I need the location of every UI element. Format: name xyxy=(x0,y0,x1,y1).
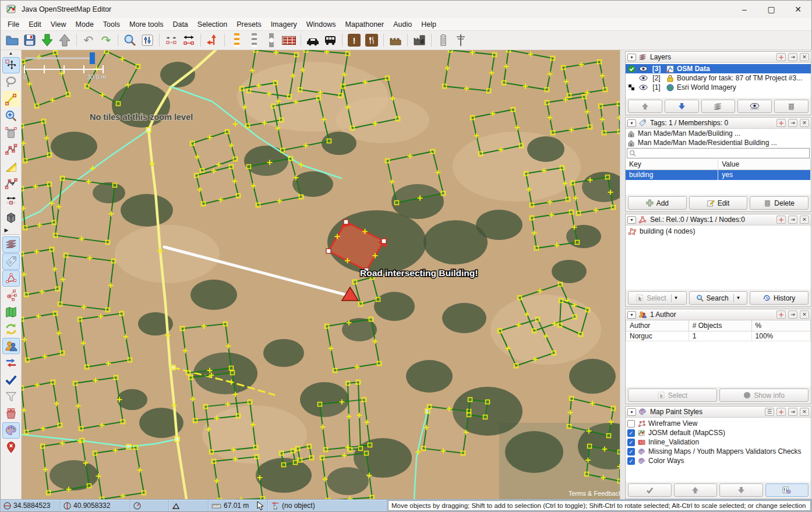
authors-select-button[interactable]: Select xyxy=(628,389,717,402)
layer-row-osm-data[interactable]: [3] OSM Data xyxy=(626,64,811,73)
menu-imagery[interactable]: Imagery xyxy=(266,19,302,30)
visibility-eye-icon[interactable] xyxy=(638,66,648,72)
toggle-authors-icon[interactable] xyxy=(2,338,20,354)
toggle-selection-icon[interactable] xyxy=(2,270,20,287)
redo-icon[interactable]: ↷ xyxy=(98,32,114,48)
toggle-changesets-icon[interactable] xyxy=(2,321,20,337)
pin-icon[interactable]: ⇥ xyxy=(788,310,797,319)
style-row-inline-validation[interactable]: ✓ x Inline_Validation xyxy=(626,437,811,447)
layer-merge-button[interactable] xyxy=(701,100,736,113)
upload-icon[interactable] xyxy=(57,32,73,48)
menu-mode[interactable]: Mode xyxy=(71,19,98,30)
style-row-missing-maps[interactable]: ✓ Missing Maps / Youth Mappers Validator… xyxy=(626,447,811,456)
style-row-wireframe[interactable]: Wireframe View xyxy=(626,419,811,428)
toggle-validator-icon[interactable] xyxy=(2,372,20,388)
historic-castle-icon[interactable] xyxy=(387,32,404,48)
delete-tag-button[interactable]: Delete xyxy=(750,196,809,210)
man-made-tower-icon[interactable] xyxy=(435,32,451,48)
authors-show-info-button[interactable]: Show info xyxy=(719,389,809,402)
toggle-command-stack-icon[interactable] xyxy=(2,405,20,422)
layer-move-up-button[interactable] xyxy=(628,100,662,113)
highway-primary-icon[interactable] xyxy=(228,32,245,48)
layer-delete-button[interactable] xyxy=(774,100,809,113)
select-move-tool-icon[interactable] xyxy=(2,57,20,73)
toggle-filter-icon[interactable] xyxy=(2,389,20,405)
layer-visibility-button[interactable] xyxy=(737,100,772,113)
vehicle-car-icon[interactable] xyxy=(305,32,321,48)
close-panel-icon[interactable]: ✕ xyxy=(800,408,809,416)
edit-tag-button[interactable]: Edit xyxy=(689,196,748,210)
extrude-tool-icon[interactable] xyxy=(2,192,20,209)
menu-file[interactable]: File xyxy=(3,19,24,30)
checkbox-unchecked[interactable] xyxy=(627,420,635,428)
checkbox-checked[interactable]: ✓ xyxy=(627,448,635,455)
layer-row-imagery[interactable]: [1] Esri World Imagery xyxy=(626,83,811,92)
collapse-icon[interactable]: ▼ xyxy=(627,216,636,224)
collapse-icon[interactable]: ▼ xyxy=(627,119,636,127)
detach-icon[interactable]: ✛ xyxy=(776,119,786,127)
pin-icon[interactable]: ⇥ xyxy=(788,216,797,224)
delete-tool-icon[interactable] xyxy=(2,125,20,141)
download-icon[interactable] xyxy=(39,32,55,48)
visibility-eye-icon[interactable] xyxy=(638,84,648,90)
improve-accuracy-tool-icon[interactable] xyxy=(2,158,20,175)
vehicle-bus-icon[interactable] xyxy=(322,32,338,48)
scroll-up-icon[interactable]: ▲ xyxy=(9,51,13,57)
draw-node-tool-icon[interactable] xyxy=(2,91,20,107)
style-preferences-button[interactable] xyxy=(765,483,809,497)
reverse-way-icon[interactable] xyxy=(204,32,221,48)
merge-ways-icon[interactable] xyxy=(181,32,197,48)
collapse-icon[interactable]: ▼ xyxy=(627,311,636,319)
visibility-eye-icon[interactable] xyxy=(638,75,648,81)
pin-icon[interactable]: ⇥ xyxy=(788,53,797,61)
tag-search-input[interactable] xyxy=(627,148,810,158)
authors-col-percent[interactable]: % xyxy=(751,320,810,331)
collapse-icon[interactable]: ▼ xyxy=(627,408,636,416)
toggle-layers-icon[interactable] xyxy=(2,236,20,253)
dropdown-arrow-icon[interactable]: ▼ xyxy=(733,294,741,302)
power-pole-icon[interactable] xyxy=(453,32,469,48)
follow-line-tool-icon[interactable] xyxy=(2,175,20,192)
close-button[interactable]: ✕ xyxy=(785,1,811,18)
menu-view[interactable]: View xyxy=(46,19,71,30)
tag-row-building[interactable]: building yes xyxy=(626,170,811,180)
maximize-button[interactable]: ▢ xyxy=(758,1,785,18)
highway-oneway-icon[interactable] xyxy=(263,32,280,48)
authors-col-objects[interactable]: # Objects xyxy=(689,320,751,331)
open-folder-icon[interactable] xyxy=(4,32,20,48)
style-row-color-ways[interactable]: ✓ Color Ways xyxy=(626,456,811,465)
style-move-up-button[interactable] xyxy=(674,483,718,497)
dock-divider[interactable] xyxy=(620,50,624,499)
pin-icon[interactable]: ⇥ xyxy=(788,119,797,127)
tags-col-value[interactable]: Value xyxy=(718,159,811,170)
checkbox-checked[interactable]: ✓ xyxy=(627,439,635,446)
checkbox-checked[interactable]: ✓ xyxy=(627,429,635,437)
zoom-tool-icon[interactable] xyxy=(2,108,20,124)
preset-link-building[interactable]: Man Made/Man Made/Building ... xyxy=(626,129,811,138)
checkbox-checked[interactable]: ✓ xyxy=(627,457,635,465)
detach-icon[interactable]: ✛ xyxy=(776,310,786,319)
detach-icon[interactable]: ✛ xyxy=(776,53,786,61)
menu-help[interactable]: Help xyxy=(416,19,441,30)
style-row-josm-default[interactable]: ✓ JOSM default (MapCSS) xyxy=(626,428,811,437)
menu-data[interactable]: Data xyxy=(168,19,192,30)
lasso-tool-icon[interactable] xyxy=(2,74,20,90)
building-tool-icon[interactable] xyxy=(2,209,20,225)
close-panel-icon[interactable]: ✕ xyxy=(800,216,809,224)
layer-row-boundary[interactable]: [2] Boundary for task: 87 of TM Project … xyxy=(626,73,811,83)
menu-edit[interactable]: Edit xyxy=(24,19,46,30)
author-row[interactable]: Norguc 1 100% xyxy=(626,331,811,341)
preset-link-residential[interactable]: Man Made/Man Made/Residential Building .… xyxy=(626,138,811,147)
toggle-relations-icon[interactable] xyxy=(2,287,20,303)
style-settings-icon[interactable]: ☰ xyxy=(765,408,774,416)
selection-list-item[interactable]: building (4 nodes) xyxy=(626,225,811,237)
add-tag-button[interactable]: Add xyxy=(628,196,687,210)
man-made-works-icon[interactable] xyxy=(411,32,428,48)
detach-icon[interactable]: ✛ xyxy=(776,408,786,416)
layer-move-down-button[interactable] xyxy=(665,100,699,113)
toggle-conflicts-icon[interactable] xyxy=(2,355,20,371)
barrier-wall-icon[interactable] xyxy=(281,32,297,48)
close-panel-icon[interactable]: ✕ xyxy=(800,53,809,61)
toggle-tags-icon[interactable] xyxy=(2,253,20,270)
authors-col-author[interactable]: Author xyxy=(626,320,689,331)
